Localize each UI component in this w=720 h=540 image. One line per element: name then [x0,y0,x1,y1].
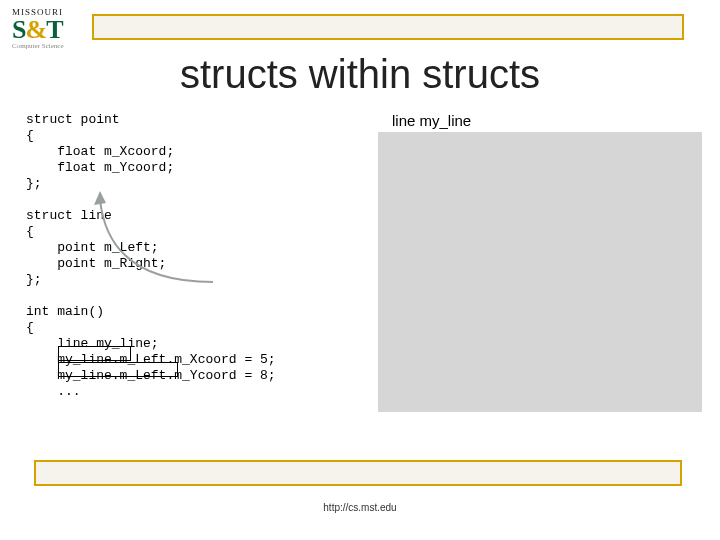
university-logo: MISSOURI S&T Computer Science [12,8,82,50]
footer-bar [34,460,682,486]
slide-title: structs within structs [0,52,720,97]
logo-t: T [46,15,62,44]
logo-amp: & [25,15,46,44]
code-highlight-2 [58,362,178,377]
logo-s: S [12,15,25,44]
logo-st: S&T [12,17,82,43]
memory-diagram-box [378,132,702,412]
logo-subtitle: Computer Science [12,43,82,50]
diagram-label: line my_line [392,112,471,129]
footer-url: http://cs.mst.edu [0,502,720,513]
code-highlight-1 [58,346,131,361]
header-bar [92,14,684,40]
